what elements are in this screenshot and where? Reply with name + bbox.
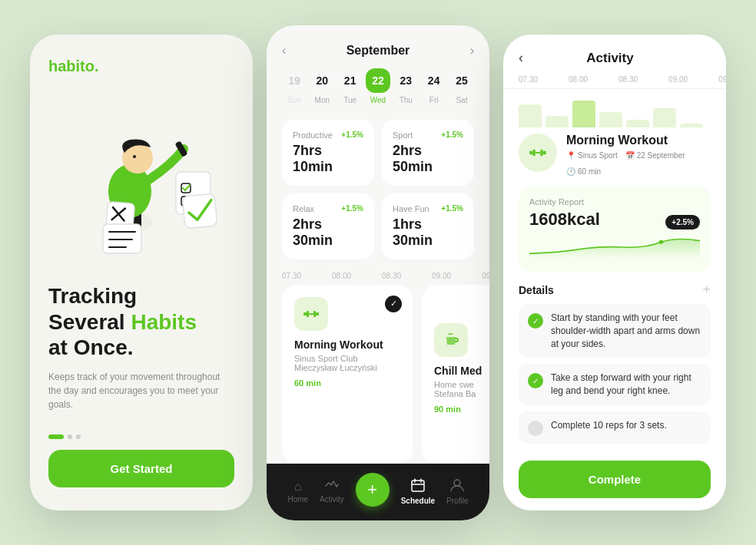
report-kcal: 1608kcal (529, 210, 600, 230)
workout-info-card: Morning Workout 📍 Sinus Sport 📅 22 Septe… (519, 134, 711, 176)
stat-sport: Sport +1.5% 2hrs 50min (382, 120, 474, 186)
schedule-location: Home sweStefana Ba (434, 380, 489, 398)
report-badge: +2.5% (665, 215, 700, 230)
cal-day-label: Tue (343, 96, 356, 104)
stat-value: 7hrs 10min (293, 143, 363, 175)
cal-day-label: Mon (315, 96, 330, 104)
cal-day-num: 24 (422, 68, 446, 93)
nav-schedule-label: Schedule (401, 497, 435, 505)
dumbbell-circle (519, 134, 557, 172)
svg-rect-17 (307, 311, 309, 317)
svg-rect-30 (626, 120, 649, 127)
report-label: Activity Report (529, 197, 700, 206)
detail-item-2: ✓ Take a step forward with your right le… (519, 364, 711, 405)
nav-fab[interactable]: + (356, 473, 390, 511)
cal-day-label: Thu (400, 96, 413, 104)
nav-home[interactable]: ⌂ Home (287, 480, 308, 504)
svg-rect-32 (680, 124, 703, 127)
svg-point-5 (133, 155, 136, 158)
cal-day-num: 21 (338, 68, 363, 93)
stat-label-text: Productive (293, 130, 333, 140)
headline-line3: at Once. (48, 335, 133, 359)
headline-green: Habits (131, 310, 197, 334)
cal-day-23[interactable]: 23 Thu (393, 68, 418, 104)
cal-day-21[interactable]: 21 Tue (338, 68, 363, 104)
svg-point-25 (454, 480, 460, 486)
hero-illustration (48, 83, 234, 276)
stat-value: 2hrs 50min (393, 143, 463, 175)
nav-profile-label: Profile (446, 497, 468, 505)
cal-day-19[interactable]: 19 Sun (282, 68, 307, 104)
phone-1-text: Tracking Several Habits at Once. Keeps t… (48, 283, 234, 411)
svg-rect-21 (412, 481, 424, 491)
headline-line2: Several (48, 310, 125, 334)
svg-rect-35 (536, 152, 541, 154)
stat-label-text: Relax (293, 204, 314, 213)
cal-day-24[interactable]: 24 Fri (422, 68, 446, 104)
time-900: 09.00 (432, 272, 451, 280)
fab-button[interactable]: + (356, 473, 390, 507)
detail-check-3[interactable] (528, 421, 543, 436)
cal-day-label: Sat (456, 96, 467, 104)
calendar-icon: 📅 (625, 151, 635, 160)
time-900: 09.00 (668, 75, 688, 84)
schedule-name: Morning Workout (294, 339, 400, 351)
stat-value: 1hrs 30min (393, 216, 463, 249)
detail-item-1: ✓ Start by standing with your feet shoul… (519, 304, 711, 358)
back-arrow[interactable]: ‹ (519, 50, 523, 66)
month-nav: ‹ September › (282, 44, 474, 58)
time-830: 08.30 (382, 272, 401, 280)
logo-dot: . (94, 58, 99, 74)
location-text: Sinus Sport (578, 151, 618, 160)
headline: Tracking Several Habits at Once. (48, 283, 234, 361)
svg-rect-33 (529, 151, 532, 154)
coffee-icon (442, 331, 460, 349)
dot-active[interactable] (48, 434, 64, 439)
stat-productive: Productive +1.5% 7hrs 10min (282, 120, 374, 186)
complete-button[interactable]: Complete (519, 461, 711, 498)
cal-day-num: 19 (282, 68, 307, 93)
dot-inactive-2[interactable] (76, 434, 81, 439)
next-month-arrow[interactable]: › (470, 44, 474, 58)
details-add-button[interactable]: + (702, 282, 711, 298)
clock-icon: 🕐 (566, 167, 575, 176)
cal-day-20[interactable]: 20 Mon (310, 68, 334, 104)
stat-change: +1.5% (441, 204, 463, 213)
cal-day-22[interactable]: 22 Wed (366, 68, 390, 104)
svg-rect-20 (316, 312, 319, 315)
phone-2-header: ‹ September › 19 Sun 20 Mon 21 Tue 22 (267, 25, 489, 112)
stat-label-text: Sport (393, 130, 413, 140)
schedule-card-chill: Chill Med Home sweStefana Ba 90 min (422, 285, 489, 464)
cal-day-25[interactable]: 25 Sat (449, 68, 474, 104)
phone-3-header: ‹ Activity (503, 35, 726, 74)
phone-2: ‹ September › 19 Sun 20 Mon 21 Tue 22 (267, 25, 489, 520)
month-title: September (346, 44, 410, 58)
nav-profile[interactable]: Profile (446, 478, 468, 505)
dumbbell-icon (302, 305, 320, 323)
time-800: 08.00 (332, 272, 351, 280)
phone-1: habito. (30, 35, 253, 510)
home-icon: ⌂ (294, 480, 302, 494)
schedule-scroll: ✓ Morning Workout Sinus Sport ClubMieczy… (267, 285, 489, 464)
get-started-button[interactable]: Get Started (48, 450, 234, 487)
duration-text: 60 min (578, 167, 601, 176)
cal-day-label: Sun (287, 96, 301, 104)
prev-month-arrow[interactable]: ‹ (282, 44, 286, 58)
location-meta: 📍 Sinus Sport (566, 151, 618, 160)
detail-text-2: Take a step forward with your right leg … (551, 372, 701, 398)
nav-activity-label: Activity (320, 495, 344, 504)
activity-report-card: Activity Report 1608kcal +2.5% (519, 187, 711, 272)
time-930: 09.3 (482, 272, 489, 280)
details-title: Details (519, 284, 554, 296)
nav-activity[interactable]: Activity (320, 480, 344, 504)
logo-text: habito (48, 58, 94, 74)
svg-rect-19 (313, 311, 316, 317)
svg-rect-34 (533, 150, 536, 157)
dot-inactive-1[interactable] (68, 434, 72, 439)
stat-label: Productive +1.5% (293, 130, 363, 140)
svg-rect-31 (653, 108, 676, 127)
time-830: 08.30 (618, 75, 638, 84)
details-section: Details + ✓ Start by standing with your … (519, 282, 711, 450)
stat-havefun: Have Fun +1.5% 1hrs 30min (382, 193, 474, 259)
nav-schedule[interactable]: Schedule (401, 478, 435, 505)
